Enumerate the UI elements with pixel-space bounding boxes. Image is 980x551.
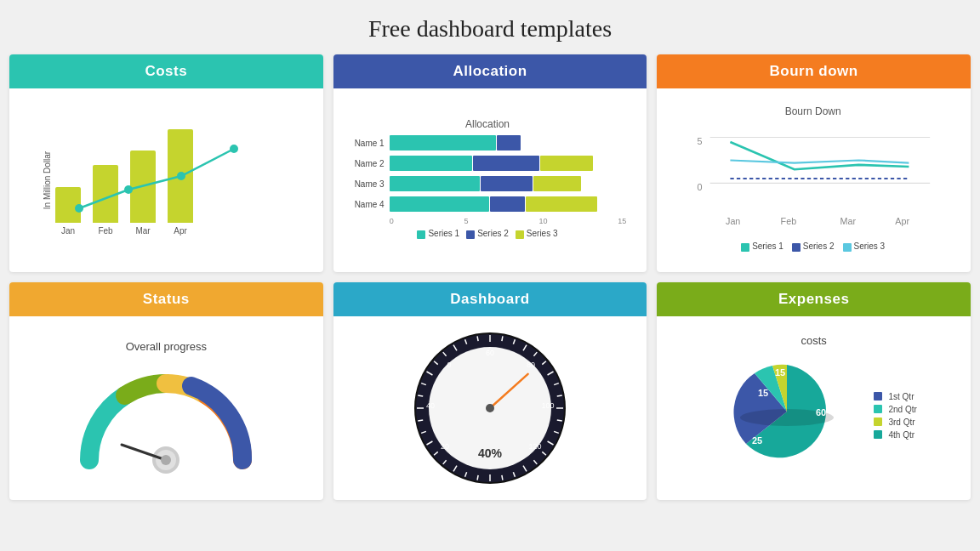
- expenses-legend-1st: 1st Qtr: [874, 392, 916, 401]
- bourn-body: Bourn Down 5 0 Jan Feb Mar Apr: [657, 88, 971, 272]
- svg-point-15: [161, 455, 171, 465]
- svg-text:15: 15: [758, 388, 768, 398]
- pie-area: 60 25 15 15 1st Qtr 2nd Qtr: [710, 352, 916, 480]
- svg-line-46: [418, 395, 423, 396]
- dashboard-body: 60 80 100 120 20 40 0 40%: [333, 316, 647, 500]
- svg-text:60: 60: [486, 349, 494, 357]
- legend-dot-4th: [874, 430, 882, 439]
- card-bourn: Bourn down Bourn Down 5 0 Jan Feb Mar: [657, 54, 971, 272]
- alloc-legend-2: Series 3: [516, 229, 558, 238]
- expenses-chart-title: costs: [801, 334, 826, 347]
- expenses-legend-3rd: 3rd Qtr: [874, 418, 916, 427]
- alloc-row-label: Name 2: [349, 159, 385, 168]
- bourn-title: Bourn Down: [672, 105, 954, 117]
- costs-bar-label: Jan: [61, 226, 75, 236]
- dashboard-header: Dashboard: [333, 282, 647, 316]
- svg-text:Mar: Mar: [840, 216, 857, 226]
- alloc-legend-0: Series 1: [417, 229, 459, 238]
- legend-dot-3rd: [874, 418, 882, 426]
- bourn-header: Bourn down: [657, 54, 971, 88]
- svg-point-3: [230, 145, 238, 153]
- pie-svg: 60 25 15 15: [710, 352, 863, 480]
- svg-line-37: [477, 475, 478, 480]
- costs-bar-label: Mar: [135, 226, 150, 236]
- expenses-legend-4th: 4th Qtr: [874, 430, 916, 440]
- svg-text:20: 20: [441, 442, 449, 451]
- costs-bar-group: Apr: [168, 129, 193, 236]
- costs-bar-label: Apr: [174, 226, 187, 236]
- bourn-legend-s2: Series 2: [792, 241, 835, 251]
- legend-dot-1st: [874, 392, 882, 400]
- alloc-bar-row: Name 2: [349, 156, 627, 171]
- svg-text:0: 0: [698, 182, 703, 192]
- svg-text:100: 100: [541, 401, 554, 410]
- expenses-header: Expenses: [657, 282, 971, 316]
- page-title: Free dashboard templates: [368, 15, 612, 43]
- svg-line-35: [502, 475, 503, 480]
- alloc-bar-row: Name 1: [349, 135, 627, 151]
- alloc-bar-row: Name 4: [349, 196, 627, 212]
- svg-text:40%: 40%: [478, 446, 503, 460]
- speedometer-svg: 60 80 100 120 20 40 0 40%: [405, 323, 575, 493]
- allocation-chart: AllocationName 1Name 2Name 3Name 4051015…: [340, 115, 641, 245]
- alloc-row-label: Name 1: [349, 139, 385, 148]
- alloc-axis: 051015: [349, 217, 627, 225]
- alloc-bar-track: [390, 196, 627, 212]
- svg-text:0: 0: [447, 361, 451, 369]
- card-allocation: Allocation AllocationName 1Name 2Name 3N…: [333, 54, 647, 272]
- svg-text:5: 5: [698, 136, 703, 146]
- svg-line-26: [557, 395, 562, 396]
- costs-bar: [93, 165, 118, 223]
- alloc-bar-track: [390, 176, 627, 191]
- status-body: Overall progress: [9, 316, 323, 500]
- alloc-legend-1: Series 2: [466, 229, 509, 238]
- card-dashboard: Dashboard: [333, 282, 647, 500]
- card-expenses: Expenses costs: [657, 282, 971, 500]
- expenses-body: costs: [657, 316, 971, 500]
- allocation-body: AllocationName 1Name 2Name 3Name 4051015…: [333, 88, 647, 272]
- bourn-svg: 5 0 Jan Feb Mar Apr: [672, 119, 954, 238]
- alloc-row-label: Name 3: [349, 179, 385, 189]
- costs-bar-label: Feb: [98, 226, 112, 236]
- svg-line-53: [477, 336, 478, 341]
- bourn-svg-wrap: 5 0 Jan Feb Mar Apr: [672, 119, 954, 238]
- svg-text:40: 40: [426, 401, 435, 410]
- svg-text:Apr: Apr: [896, 216, 910, 226]
- svg-point-62: [486, 404, 494, 412]
- expenses-chart: costs: [664, 331, 964, 486]
- legend-dot-2nd: [874, 405, 882, 413]
- legend-label-3rd: 3rd Qtr: [888, 418, 914, 427]
- costs-bars-container: JanFebMarApr: [55, 125, 299, 236]
- bourn-chart: Bourn Down 5 0 Jan Feb Mar Apr: [664, 102, 964, 258]
- bourn-legend-s1: Series 1: [741, 241, 783, 251]
- svg-text:80: 80: [527, 361, 535, 369]
- costs-y-axis-label: In Million Dollar: [43, 151, 52, 209]
- costs-bar: [55, 187, 81, 223]
- status-chart: Overall progress: [16, 333, 316, 484]
- alloc-row-label: Name 4: [349, 200, 385, 209]
- legend-label-1st: 1st Qtr: [888, 392, 914, 401]
- costs-header: Costs: [9, 54, 323, 88]
- costs-bar-group: Jan: [55, 187, 81, 236]
- costs-body: In Million Dollar JanFebMarApr: [9, 88, 323, 272]
- costs-bar: [168, 129, 193, 223]
- alloc-legend: Series 1Series 2Series 3: [349, 229, 627, 238]
- svg-line-19: [502, 336, 503, 341]
- expenses-legend: 1st Qtr 2nd Qtr 3rd Qtr 4th Qtr: [874, 392, 916, 440]
- svg-line-28: [557, 420, 562, 421]
- dashboard-grid: Costs In Million Dollar JanFebMarApr All…: [9, 54, 971, 500]
- allocation-chart-title: Allocation: [349, 118, 627, 130]
- bourn-legend: Series 1 Series 2 Series 3: [672, 241, 954, 251]
- expenses-legend-2nd: 2nd Qtr: [874, 405, 916, 414]
- legend-label-2nd: 2nd Qtr: [888, 405, 916, 414]
- allocation-header: Allocation: [333, 54, 647, 88]
- costs-bar-group: Feb: [93, 165, 118, 236]
- legend-label-4th: 4th Qtr: [888, 430, 914, 440]
- bourn-legend-s3: Series 3: [843, 241, 886, 251]
- svg-text:15: 15: [775, 367, 785, 378]
- status-overall-label: Overall progress: [126, 340, 207, 353]
- alloc-bar-track: [390, 135, 627, 151]
- svg-text:Feb: Feb: [781, 216, 797, 226]
- card-costs: Costs In Million Dollar JanFebMarApr: [9, 54, 323, 272]
- speedometer-wrap: 60 80 100 120 20 40 0 40%: [340, 323, 641, 493]
